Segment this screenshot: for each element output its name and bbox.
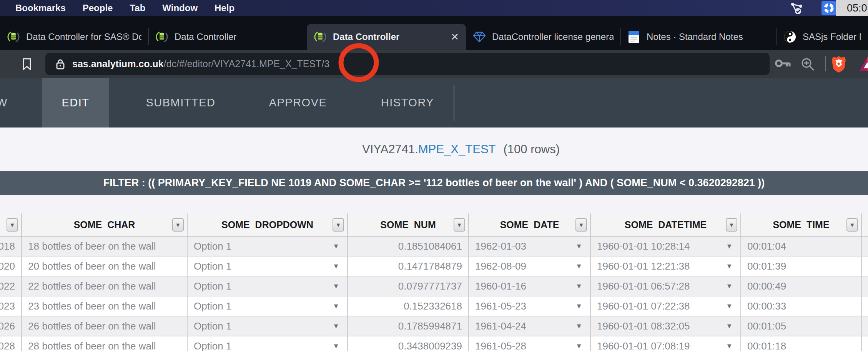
cell-value: 00:01:04 <box>747 240 786 252</box>
cell-dropdown[interactable]: Option 1▼ <box>188 316 348 336</box>
cell-date[interactable]: 1962-08-09▼ <box>469 257 591 276</box>
brave-shield-icon[interactable] <box>831 55 846 75</box>
cell-dropdown[interactable]: Option 1▼ <box>188 237 348 256</box>
cell-time: 00:00:49 <box>741 276 862 296</box>
menubar-clock: 05:01 <box>836 0 868 16</box>
nav-tab-label: VIEW <box>0 96 8 109</box>
cell-dropdown-icon[interactable]: ▼ <box>726 242 733 250</box>
cell-dropdown-icon[interactable]: ▼ <box>726 282 733 290</box>
cell-value: 00:01:39 <box>747 260 786 272</box>
table-name[interactable]: MPE_X_TEST <box>418 142 496 156</box>
cell-dropdown[interactable]: Option 1▼ <box>188 296 348 316</box>
cell-datetime[interactable]: 1960-01-01 10:28:14▼ <box>591 237 741 256</box>
cell-date[interactable]: 1961-04-24▼ <box>469 316 591 336</box>
cell-dropdown-icon[interactable]: ▼ <box>333 282 339 290</box>
nav-tab-submitted[interactable]: SUBMITTED <box>136 78 225 127</box>
url-domain: sas.analytium.co.uk <box>72 58 164 70</box>
column-header-label: SOME_DATETIME <box>625 219 707 230</box>
nav-tab-history[interactable]: HISTORY <box>363 78 452 127</box>
menubar-item-people[interactable]: People <box>83 3 113 13</box>
cell-dropdown-icon[interactable]: ▼ <box>575 262 582 270</box>
cell-dropdown-icon[interactable]: ▼ <box>726 322 733 330</box>
menubar-item-tab[interactable]: Tab <box>130 3 145 13</box>
cell-num: 0.3438009239 <box>348 336 469 351</box>
zoom-in-icon[interactable] <box>800 57 816 74</box>
browser-tab-0[interactable]: Data Controller for SAS® Docu <box>0 24 148 50</box>
grid-header-row: ▼SOME_CHAR▼SOME_DROPDOWN▼SOME_NUM▼SOME_D… <box>0 214 868 237</box>
cell-dropdown-icon[interactable]: ▼ <box>726 302 733 310</box>
browser-tab-4[interactable]: Notes · Standard Notes <box>620 24 777 50</box>
browser-tab-title: Data Controller for SAS® Docu <box>26 31 141 42</box>
column-filter-button[interactable]: ▼ <box>7 218 18 232</box>
cell-dropdown-icon[interactable]: ▼ <box>333 242 339 250</box>
cell-datetime[interactable]: 1960-01-01 12:21:38▼ <box>591 257 741 276</box>
cell-char: 22 bottles of beer on the wall <box>22 276 188 296</box>
cell-value: 18 bottles of beer on the wall <box>28 240 156 252</box>
cell-date[interactable]: 1960-01-16▼ <box>469 276 591 296</box>
cell-dropdown-icon[interactable]: ▼ <box>333 322 339 330</box>
browser-tab-title: Data Controller <box>175 31 236 42</box>
nav-tab-approve[interactable]: APPROVE <box>254 78 342 127</box>
cell-char: 20 bottles of beer on the wall <box>22 257 188 276</box>
library-name: VIYA2741. <box>362 142 418 156</box>
url-path: /dc/#/editor/VIYA2741.MPE_X_TEST/3 <box>164 58 330 70</box>
cell-key: 026 <box>0 316 22 336</box>
menubar-item-help[interactable]: Help <box>215 3 234 13</box>
column-filter-button[interactable]: ▼ <box>454 218 465 232</box>
cell-dropdown-icon[interactable]: ▼ <box>333 302 339 310</box>
nav-tab-edit[interactable]: EDIT <box>42 78 109 127</box>
cell-dropdown-icon[interactable]: ▼ <box>575 322 582 330</box>
cell-datetime[interactable]: 1960-01-01 07:22:38▼ <box>591 296 741 316</box>
cell-dropdown-icon[interactable]: ▼ <box>575 342 582 350</box>
tab-close-icon[interactable]: ✕ <box>445 31 459 43</box>
nav-tab-view[interactable]: VIEW <box>0 78 10 127</box>
column-header-label: SOME_TIME <box>773 219 829 230</box>
column-filter-button[interactable]: ▼ <box>846 218 858 232</box>
browser-tab-3[interactable]: DataController license genera <box>466 24 620 50</box>
cell-date[interactable]: 1961-05-23▼ <box>469 296 591 316</box>
bat-token-icon[interactable] <box>859 56 868 73</box>
share-status-icon[interactable] <box>789 1 805 18</box>
cell-sliver <box>862 237 868 256</box>
cell-dropdown[interactable]: Option 1▼ <box>188 257 348 276</box>
cell-value: 1962-01-03 <box>475 240 526 252</box>
browser-tab-1[interactable]: Data Controller <box>148 24 307 50</box>
cell-value: 020 <box>0 260 15 272</box>
cell-num: 0.1471784879 <box>348 257 469 276</box>
cell-datetime[interactable]: 1960-01-01 07:08:19▼ <box>591 336 741 351</box>
cell-dropdown-icon[interactable]: ▼ <box>726 342 733 350</box>
password-key-icon[interactable] <box>774 57 792 72</box>
menubar-item-bookmarks[interactable]: Bookmarks <box>15 3 66 13</box>
cell-dropdown-icon[interactable]: ▼ <box>575 302 582 310</box>
cell-num: 0.152332618 <box>348 296 469 316</box>
cell-date[interactable]: 1962-01-03▼ <box>469 237 591 256</box>
browser-tab-5[interactable]: SASjs Folder Na <box>777 24 868 50</box>
column-filter-button[interactable]: ▼ <box>575 218 587 232</box>
table-row: 02323 bottles of beer on the wallOption … <box>0 296 868 316</box>
cell-datetime[interactable]: 1960-01-01 06:57:28▼ <box>591 276 741 296</box>
cell-dropdown[interactable]: Option 1▼ <box>188 336 348 351</box>
cell-datetime[interactable]: 1960-01-01 08:32:05▼ <box>591 316 741 336</box>
cell-value: 1962-08-09 <box>475 260 526 272</box>
cell-dropdown-icon[interactable]: ▼ <box>575 242 582 250</box>
lock-icon[interactable] <box>55 58 65 70</box>
cell-dropdown-icon[interactable]: ▼ <box>575 282 582 290</box>
cell-sliver <box>862 257 868 276</box>
bookmark-icon[interactable] <box>22 58 32 72</box>
url-field[interactable]: sas.analytium.co.uk/dc/#/editor/VIYA2741… <box>45 53 770 75</box>
menubar-item-window[interactable]: Window <box>162 3 198 13</box>
column-filter-button[interactable]: ▼ <box>333 218 344 232</box>
column-header-label: SOME_DATE <box>500 219 559 230</box>
browser-tab-2[interactable]: Data Controller✕ <box>307 24 466 50</box>
screen-share-app-icon[interactable] <box>821 1 836 15</box>
column-filter-button[interactable]: ▼ <box>172 218 184 232</box>
cell-value: 00:01:05 <box>747 320 786 332</box>
cell-dropdown-icon[interactable]: ▼ <box>726 262 733 270</box>
cell-dropdown[interactable]: Option 1▼ <box>188 276 348 296</box>
cell-dropdown-icon[interactable]: ▼ <box>333 342 339 350</box>
cell-value: Option 1 <box>194 260 231 272</box>
cell-dropdown-icon[interactable]: ▼ <box>333 262 339 270</box>
column-header-time: SOME_TIME▼ <box>741 214 862 236</box>
cell-date[interactable]: 1961-05-28▼ <box>469 336 591 351</box>
column-filter-button[interactable]: ▼ <box>726 218 737 232</box>
